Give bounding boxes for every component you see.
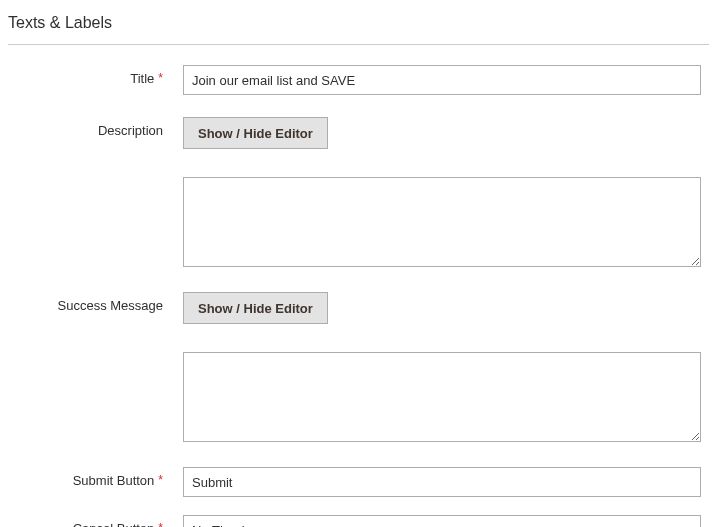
label-submit-button: Submit Button* — [8, 467, 183, 488]
label-title: Title* — [8, 65, 183, 86]
success-message-textarea[interactable] — [183, 352, 701, 442]
label-description-text: Description — [98, 123, 163, 138]
field-success-message: Success Message Show / Hide Editor — [8, 292, 709, 445]
submit-button-input[interactable] — [183, 467, 701, 497]
section-heading: Texts & Labels — [8, 8, 709, 45]
label-cancel-button: Cancel Button* — [8, 515, 183, 527]
toggle-editor-success-button[interactable]: Show / Hide Editor — [183, 292, 328, 324]
control-title — [183, 65, 709, 95]
control-cancel-button — [183, 515, 709, 527]
required-mark: * — [158, 473, 163, 487]
title-input[interactable] — [183, 65, 701, 95]
label-success-message-text: Success Message — [58, 298, 164, 313]
control-description: Show / Hide Editor — [183, 117, 709, 270]
toggle-editor-description-button[interactable]: Show / Hide Editor — [183, 117, 328, 149]
label-cancel-button-text: Cancel Button — [73, 521, 155, 527]
required-mark: * — [158, 71, 163, 85]
cancel-button-input[interactable] — [183, 515, 701, 527]
description-textarea[interactable] — [183, 177, 701, 267]
label-success-message: Success Message — [8, 292, 183, 313]
field-submit-button: Submit Button* — [8, 467, 709, 497]
required-mark: * — [158, 521, 163, 527]
control-submit-button — [183, 467, 709, 497]
label-description: Description — [8, 117, 183, 138]
field-description: Description Show / Hide Editor — [8, 117, 709, 270]
field-cancel-button: Cancel Button* — [8, 515, 709, 527]
control-success-message: Show / Hide Editor — [183, 292, 709, 445]
field-title: Title* — [8, 65, 709, 95]
label-title-text: Title — [130, 71, 154, 86]
label-submit-button-text: Submit Button — [73, 473, 155, 488]
